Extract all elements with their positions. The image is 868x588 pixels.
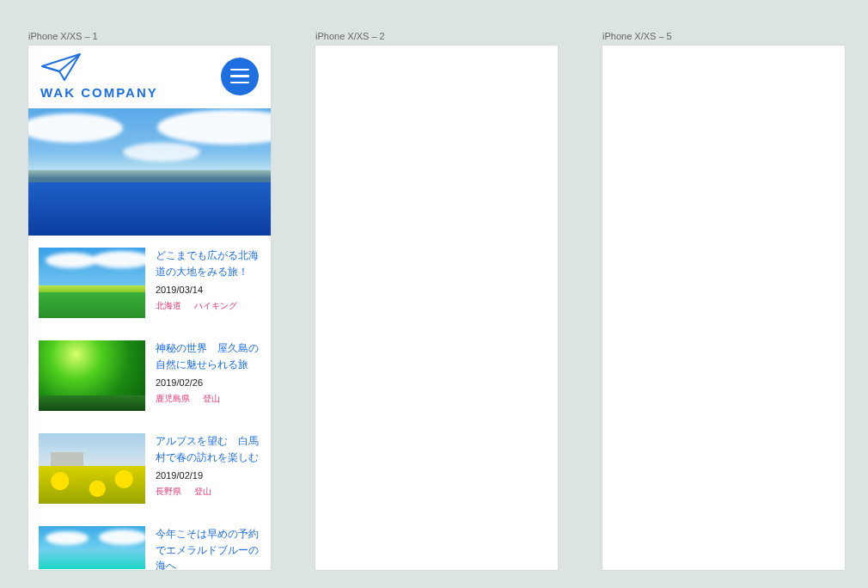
list-item: どこまでも広がる北海道の大地をみる旅！ 2019/03/14 北海道 ハイキング: [39, 236, 260, 328]
hamburger-line-icon: [230, 82, 249, 84]
post-title[interactable]: 今年こそは早めの予約でエメラルドブルーの海へ: [156, 526, 260, 570]
hero-image: [28, 108, 271, 236]
post-tags: 長野県 登山: [156, 486, 260, 498]
artboard-iphone-5: [602, 46, 845, 570]
post-date: 2019/02/19: [156, 470, 260, 481]
post-tag[interactable]: 鹿児島県: [156, 394, 190, 403]
site-header: WAK COMPANY: [28, 46, 271, 108]
post-thumbnail[interactable]: [39, 433, 145, 504]
post-list: どこまでも広がる北海道の大地をみる旅！ 2019/03/14 北海道 ハイキング…: [28, 236, 271, 570]
artboard-label-3: iPhone X/XS – 5: [602, 31, 672, 41]
artboard-iphone-1: WAK COMPANY どこまでも広がる北海道の大地をみる旅！: [28, 46, 271, 570]
post-thumbnail[interactable]: [39, 526, 145, 569]
artboard-label-1: iPhone X/XS – 1: [28, 31, 98, 41]
post-title[interactable]: どこまでも広がる北海道の大地をみる旅！: [156, 248, 260, 279]
hamburger-menu-button[interactable]: [221, 58, 259, 95]
post-tag[interactable]: 北海道: [156, 301, 181, 310]
post-thumbnail[interactable]: [39, 248, 145, 318]
post-tag[interactable]: ハイキング: [194, 301, 237, 310]
hamburger-line-icon: [230, 69, 249, 71]
post-tags: 鹿児島県 登山: [156, 393, 260, 405]
post-thumbnail[interactable]: [39, 340, 145, 411]
post-date: 2019/03/14: [156, 285, 260, 295]
post-tag[interactable]: 長野県: [156, 487, 181, 496]
paper-plane-icon: [40, 52, 82, 82]
post-tags: 北海道 ハイキング: [156, 300, 260, 312]
post-title[interactable]: 神秘の世界 屋久島の自然に魅せられる旅: [156, 340, 260, 372]
hamburger-line-icon: [230, 75, 249, 77]
post-tag[interactable]: 登山: [203, 394, 220, 403]
artboard-label-2: iPhone X/XS – 2: [315, 31, 385, 41]
list-item: 今年こそは早めの予約でエメラルドブルーの海へ 2019/02/05: [39, 514, 260, 570]
list-item: 神秘の世界 屋久島の自然に魅せられる旅 2019/02/26 鹿児島県 登山: [39, 328, 260, 421]
list-item: アルプスを望む 白馬村で春の訪れを楽しむ 2019/02/19 長野県 登山: [39, 421, 260, 514]
post-date: 2019/02/26: [156, 377, 260, 388]
brand-name: WAK COMPANY: [40, 85, 158, 100]
brand[interactable]: WAK COMPANY: [40, 52, 158, 100]
post-tag[interactable]: 登山: [194, 487, 211, 496]
artboard-iphone-2: [315, 46, 558, 570]
post-title[interactable]: アルプスを望む 白馬村で春の訪れを楽しむ: [156, 433, 260, 465]
